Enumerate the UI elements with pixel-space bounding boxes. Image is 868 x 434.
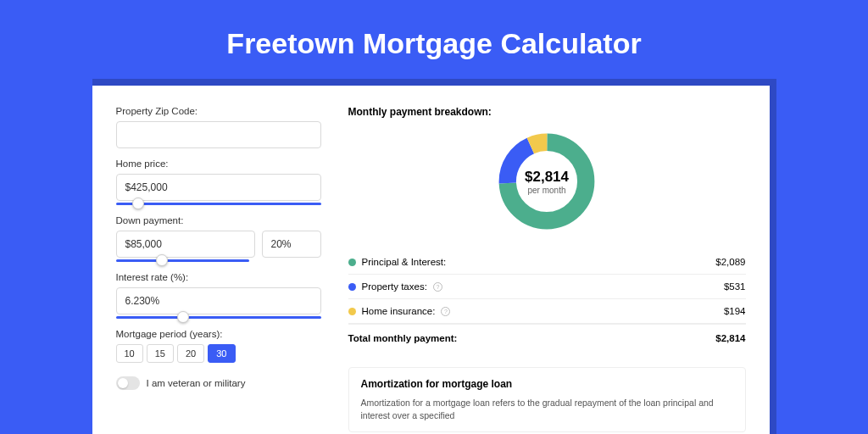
form-column: Property Zip Code: Home price: Down paym… [116,106,321,432]
li-val-principal: $2,089 [715,257,745,267]
field-down: Down payment: [116,215,321,262]
field-zip: Property Zip Code: [116,106,321,148]
dot-principal [348,259,356,266]
period-btn-15[interactable]: 15 [147,344,174,363]
down-amount-input[interactable] [116,231,255,258]
down-pct-input[interactable] [262,231,321,258]
dot-insurance [348,308,356,315]
card-shadow: Property Zip Code: Home price: Down paym… [92,79,776,434]
amort-title: Amortization for mortgage loan [361,378,733,390]
total-label: Total monthly payment: [348,333,458,343]
line-item-insurance: Home insurance: ? $194 [348,299,746,324]
period-btn-30[interactable]: 30 [208,344,235,363]
total-row: Total monthly payment: $2,814 [348,324,746,355]
li-label-insurance: Home insurance: [362,306,436,316]
veteran-label: I am veteran or military [147,378,246,388]
price-slider-thumb[interactable] [132,198,144,209]
calculator-card: Property Zip Code: Home price: Down paym… [92,86,770,434]
amortization-block: Amortization for mortgage loan Amortizat… [348,367,746,432]
line-item-taxes: Property taxes: ? $531 [348,275,746,299]
info-icon[interactable]: ? [433,282,442,292]
donut-wrap: $2,814 per month [348,130,746,233]
period-btn-10[interactable]: 10 [116,344,143,363]
down-slider[interactable] [116,259,249,262]
price-slider[interactable] [116,203,321,205]
total-value: $2,814 [715,333,745,343]
amort-text: Amortization for a mortgage loan refers … [361,397,733,421]
li-val-insurance: $194 [724,306,746,316]
period-options: 10 15 20 30 [116,344,321,363]
veteran-toggle[interactable] [116,376,140,390]
rate-label: Interest rate (%): [116,272,321,282]
dot-taxes [348,283,356,291]
li-label-principal: Principal & Interest: [362,257,447,267]
li-val-taxes: $531 [724,281,746,292]
down-slider-thumb[interactable] [156,254,168,266]
rate-input[interactable] [116,287,321,314]
field-period: Mortgage period (years): 10 15 20 30 [116,329,321,363]
field-rate: Interest rate (%): [116,272,321,319]
rate-slider-thumb[interactable] [177,311,189,323]
rate-slider[interactable] [116,316,321,319]
donut-chart: $2,814 per month [495,130,598,233]
line-item-principal: Principal & Interest: $2,089 [348,250,746,275]
field-veteran: I am veteran or military [116,376,321,390]
price-label: Home price: [116,159,321,169]
breakdown-column: Monthly payment breakdown: $2,814 per mo… [348,106,746,432]
donut-sub: per month [527,186,565,195]
period-label: Mortgage period (years): [116,329,321,339]
li-label-taxes: Property taxes: [362,281,427,292]
veteran-toggle-knob [118,378,128,388]
price-input[interactable] [116,174,321,201]
donut-center: $2,814 per month [495,130,598,233]
info-icon[interactable]: ? [441,307,450,316]
page-title: Freetown Mortgage Calculator [0,0,868,79]
zip-input[interactable] [116,121,321,148]
breakdown-title: Monthly payment breakdown: [348,106,746,118]
down-label: Down payment: [116,215,321,225]
period-btn-20[interactable]: 20 [177,344,204,363]
donut-amount: $2,814 [525,169,569,186]
zip-label: Property Zip Code: [116,106,321,116]
field-price: Home price: [116,159,321,205]
